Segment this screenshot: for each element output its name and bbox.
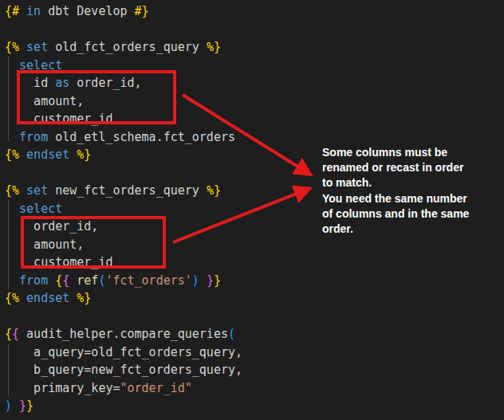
code-line <box>5 308 504 326</box>
code-line <box>5 21 504 39</box>
annotation-line: Some columns must be <box>322 145 502 160</box>
code-line: {% endset %} <box>5 289 504 308</box>
old-columns-highlight-box <box>17 70 176 124</box>
code-line: {# in dbt Develop #} <box>5 2 504 21</box>
indent-guide <box>8 56 9 141</box>
new-columns-highlight-box <box>21 216 166 269</box>
annotation-line: You need the same number <box>322 191 502 206</box>
code-line: ) }} <box>5 397 504 415</box>
annotation-line: to match. <box>322 175 502 190</box>
indent-guide <box>8 200 9 289</box>
code-line: {{ audit_helper.compare_queries( <box>5 325 504 343</box>
code-line: a_query=old_fct_orders_query, <box>5 343 504 362</box>
code-line: from old_etl_schema.fct_orders <box>5 128 504 147</box>
code-line: primary_key="order_id" <box>5 379 504 398</box>
annotation-line: order. <box>322 222 502 237</box>
indent-guide <box>8 344 9 397</box>
annotation-note: Some columns must berenamed or recast in… <box>322 145 502 237</box>
annotation-line: of columns and in the same <box>322 206 502 222</box>
code-line: {% set old_fct_orders_query %} <box>5 38 504 57</box>
code-line: from {{ ref('fct_orders') }} <box>5 272 504 290</box>
annotation-line: renamed or recast in order <box>322 160 502 175</box>
code-snippet-canvas: {# in dbt Develop #}{% set old_fct_order… <box>0 0 504 420</box>
code-line: b_query=new_fct_orders_query, <box>5 361 504 379</box>
